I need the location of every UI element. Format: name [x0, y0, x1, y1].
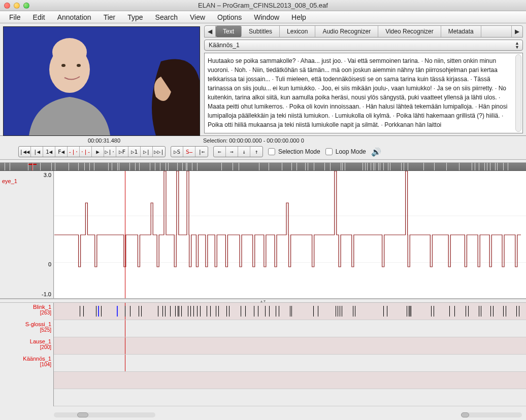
- playhead-cursor[interactable]: [125, 171, 125, 298]
- play-selection-button[interactable]: ▷S: [171, 147, 183, 157]
- tier-label-sglossi[interactable]: S-glossi_1[525]: [0, 320, 54, 337]
- sel-right-button[interactable]: →: [226, 147, 238, 157]
- bottom-scroll-area: [0, 410, 526, 419]
- tier-select[interactable]: Käännös_1 ▲▼: [204, 40, 523, 51]
- menu-file[interactable]: File: [3, 12, 27, 23]
- horizontal-scrollbar[interactable]: [461, 412, 522, 417]
- goto-begin-button[interactable]: |◀◀: [19, 147, 31, 157]
- window-titlebar: ELAN – ProGram_CFINSL2013_008_05.eaf: [0, 0, 526, 11]
- menu-annotation[interactable]: Annotation: [51, 12, 97, 23]
- tier-select-value: Käännös_1: [209, 42, 240, 49]
- volume-icon[interactable]: 🔊: [371, 147, 381, 157]
- loop-mode-checkbox[interactable]: Loop Mode: [325, 148, 366, 155]
- yaxis-zero: 0: [48, 261, 51, 267]
- yaxis-max: 3.0: [44, 172, 51, 178]
- prev-marker-button[interactable]: F◀: [55, 147, 68, 157]
- next-pixel-button[interactable]: ▷|·: [104, 147, 116, 157]
- waveform-panel: 3.0 0 -1.0 eye_1: [0, 171, 526, 299]
- tab-video-recognizer[interactable]: Video Recognizer: [378, 26, 441, 37]
- selection-mode-checkbox[interactable]: Selection Mode: [268, 148, 320, 155]
- prev-scroll-button[interactable]: |◀: [31, 147, 43, 157]
- tier-track-kaannos[interactable]: [54, 355, 526, 372]
- horizontal-scrollbar-thumb[interactable]: [461, 412, 469, 417]
- menu-view[interactable]: View: [184, 12, 211, 23]
- next-frame-button[interactable]: ▷1: [128, 147, 141, 157]
- play-around-button[interactable]: S̶: [183, 147, 195, 157]
- next-scroll-button[interactable]: ▷|: [141, 147, 153, 157]
- tab-audio-recognizer[interactable]: Audio Recognizer: [315, 26, 378, 37]
- prev-frame-button[interactable]: 1◀: [43, 147, 55, 157]
- sel-down-button[interactable]: ↓: [238, 147, 250, 157]
- window-title: ELAN – ProGram_CFINSL2013_008_05.eaf: [0, 2, 526, 9]
- menu-search[interactable]: Search: [149, 12, 184, 23]
- goto-end-button[interactable]: ▷▷|: [153, 147, 165, 157]
- step-fwd-button[interactable]: ·|-: [80, 147, 92, 157]
- transcript-text: Huutaako se poika sammakolle? · Ahaa... …: [208, 57, 507, 128]
- zoom-slider-track[interactable]: [54, 412, 155, 417]
- tier-label-lause[interactable]: Lause_1[200]: [0, 337, 54, 355]
- tab-subtitles[interactable]: Subtitles: [242, 26, 280, 37]
- zoom-slider-thumb[interactable]: [77, 412, 88, 417]
- yaxis-min: -1.0: [42, 291, 51, 297]
- menu-bar: File Edit Annotation Tier Type Search Vi…: [0, 11, 526, 23]
- tier-label-kaannos[interactable]: Käännös_1[104]: [0, 355, 54, 372]
- step-back-button[interactable]: -|·: [68, 147, 80, 157]
- current-time: 00:00:31.480: [5, 137, 203, 144]
- transport-controls: |◀◀ |◀ 1◀ F◀ -|· ·|- ▶ ▷|· ▷F ▷1 ▷| ▷▷| …: [0, 145, 526, 160]
- wave-tier-label: eye_1: [2, 178, 17, 184]
- tier-label-blink[interactable]: Blink_1[263]: [0, 303, 54, 320]
- tab-text[interactable]: Text: [216, 26, 242, 37]
- clear-selection-button[interactable]: |←: [195, 147, 208, 157]
- play-button[interactable]: ▶: [92, 147, 104, 157]
- menu-window[interactable]: Window: [248, 12, 285, 23]
- splitter-handle[interactable]: ▴ ▾: [0, 299, 526, 303]
- menu-edit[interactable]: Edit: [27, 12, 51, 23]
- tab-lexicon[interactable]: Lexicon: [280, 26, 315, 37]
- updown-icon: ▲▼: [515, 41, 519, 49]
- vertical-scrollbar[interactable]: [515, 54, 521, 132]
- menu-type[interactable]: Type: [121, 12, 149, 23]
- sel-left-button[interactable]: ←: [214, 147, 226, 157]
- selection-info: Selection: 00:00:00.000 - 00:00:00.000 0: [203, 137, 304, 144]
- menu-help[interactable]: Help: [285, 12, 312, 23]
- menu-tier[interactable]: Tier: [97, 12, 122, 23]
- svg-point-3: [61, 64, 65, 67]
- menu-options[interactable]: Options: [211, 12, 248, 23]
- tab-metadata[interactable]: Metadata: [441, 26, 481, 37]
- svg-point-2: [52, 38, 87, 66]
- video-viewer[interactable]: [3, 26, 200, 136]
- tier-track-lause[interactable]: [54, 337, 526, 355]
- tier-track-blink[interactable]: [54, 303, 526, 320]
- annotation-tiers: Blink_1[263] S-glossi_1[525] Lause_1[200…: [0, 303, 526, 410]
- sel-up-button[interactable]: ↑: [250, 147, 262, 157]
- viewer-tabs: ◀ Text Subtitles Lexicon Audio Recognize…: [204, 25, 523, 38]
- svg-point-4: [77, 64, 81, 67]
- tab-next-button[interactable]: ▶: [511, 26, 522, 37]
- tab-prev-button[interactable]: ◀: [205, 26, 216, 37]
- video-panel: [0, 23, 203, 135]
- waveform-view[interactable]: [54, 171, 526, 298]
- tier-track-sglossi[interactable]: [54, 320, 526, 337]
- density-ruler[interactable]: [0, 163, 526, 171]
- next-marker-button[interactable]: ▷F: [116, 147, 128, 157]
- transcript-view[interactable]: Huutaako se poika sammakolle? · Ahaa... …: [204, 53, 523, 133]
